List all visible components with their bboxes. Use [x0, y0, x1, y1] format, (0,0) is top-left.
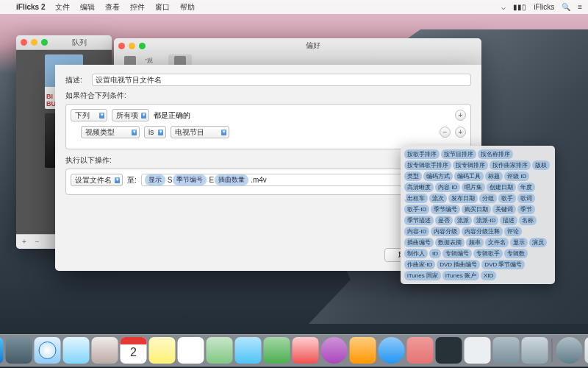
dock-ibooks-icon[interactable]: [350, 337, 376, 364]
token-option[interactable]: 专辑歌手: [473, 249, 503, 258]
token-option[interactable]: 按节目排序: [441, 149, 476, 159]
token-option[interactable]: 流派: [454, 216, 472, 225]
zoom-icon[interactable]: [41, 39, 48, 46]
token-option[interactable]: 是否: [435, 216, 453, 225]
token-option[interactable]: 歌词: [517, 194, 535, 203]
minimize-icon[interactable]: [129, 43, 135, 49]
zoom-icon[interactable]: [139, 43, 146, 49]
close-icon[interactable]: [21, 39, 27, 46]
token-option[interactable]: 创建日期: [487, 183, 516, 192]
token-option[interactable]: 标题: [485, 171, 503, 181]
token-option[interactable]: 流次: [429, 194, 447, 203]
dock-reminders-icon[interactable]: [178, 337, 204, 364]
token-option[interactable]: iTunes 国家: [404, 271, 441, 280]
menubar-app-name[interactable]: iFlicks: [534, 3, 554, 11]
token-option[interactable]: XID: [481, 271, 496, 280]
condition-field-select[interactable]: 视频类型: [81, 126, 140, 138]
token-option[interactable]: 按名称排序: [478, 149, 513, 159]
token-option[interactable]: 季节编号: [431, 205, 460, 214]
spotlight-icon[interactable]: 🔍: [562, 3, 570, 11]
token-option[interactable]: 名称: [519, 216, 537, 225]
token-option[interactable]: 演员: [529, 238, 547, 247]
add-button[interactable]: +: [22, 238, 26, 246]
token-option[interactable]: 显示: [510, 238, 528, 247]
token-option[interactable]: 专辑数: [504, 249, 528, 258]
token-option[interactable]: 专辑编号: [442, 249, 472, 258]
condition-scope-select[interactable]: 下列: [71, 109, 107, 121]
token-option[interactable]: 编码工具: [454, 171, 484, 181]
dock-iflicks-icon[interactable]: [407, 337, 434, 364]
token-option[interactable]: 按专辑歌手排序: [404, 160, 451, 170]
app-menu[interactable]: iFlicks 2: [16, 3, 45, 11]
dock-launchpad-icon[interactable]: [6, 337, 32, 364]
token-option[interactable]: 内容分级注释: [462, 227, 503, 236]
token-option[interactable]: ID: [429, 249, 441, 258]
dock-calendar-icon[interactable]: 2: [121, 337, 147, 364]
token-option[interactable]: 高清晰度: [404, 183, 434, 192]
dock-terminal-icon[interactable]: [436, 337, 462, 364]
token-option[interactable]: 数据表摘: [435, 238, 465, 247]
action-type-select[interactable]: 设置文件名: [71, 174, 123, 186]
token-option[interactable]: 关键词: [492, 205, 516, 214]
dock-notes-icon[interactable]: [149, 337, 176, 364]
token-option[interactable]: 发布日期: [448, 194, 478, 203]
dock-photobooth-icon[interactable]: [293, 337, 319, 364]
filename-token-field[interactable]: 显示 S 季节编号 E 插曲数量 .m4v ⚙: [141, 174, 435, 186]
dock-safari-icon[interactable]: [35, 337, 61, 364]
remove-condition-button[interactable]: −: [440, 127, 451, 138]
token-option[interactable]: 插曲编号: [404, 238, 434, 247]
dock-facetime-icon[interactable]: [264, 337, 290, 364]
token-option[interactable]: 内容 ID: [435, 183, 460, 192]
token-option[interactable]: 年度: [517, 183, 535, 192]
token-option[interactable]: 评论: [504, 227, 522, 236]
token-option[interactable]: 编码方式: [423, 171, 453, 181]
add-condition-button[interactable]: +: [455, 110, 466, 121]
close-icon[interactable]: [118, 43, 125, 49]
menu-window[interactable]: 窗口: [155, 2, 170, 13]
dock-mail-icon[interactable]: [63, 337, 90, 364]
remove-button[interactable]: −: [35, 238, 40, 246]
dock-contacts-icon[interactable]: [92, 337, 118, 364]
token-option[interactable]: 作曲家·ID: [404, 260, 435, 269]
token-option[interactable]: 制作人: [404, 249, 428, 258]
menu-controls[interactable]: 控件: [130, 2, 145, 13]
menu-view[interactable]: 查看: [105, 2, 120, 13]
condition-value-select[interactable]: 电视节目: [171, 126, 229, 138]
token-option[interactable]: iTunes 账户: [442, 271, 479, 280]
token-option[interactable]: 歌手·ID: [404, 205, 429, 214]
notification-center-icon[interactable]: ≡: [578, 3, 582, 11]
token-option[interactable]: 唱片集: [462, 183, 485, 192]
token-option[interactable]: 类型: [404, 171, 422, 181]
condition-operator-select[interactable]: is: [144, 126, 166, 138]
token-option[interactable]: 流派·ID: [473, 216, 498, 225]
token-option[interactable]: 文件名: [485, 238, 509, 247]
dock-appstore-icon[interactable]: [379, 337, 405, 364]
token-option[interactable]: 内容分级: [431, 227, 460, 236]
token-option[interactable]: DVD 季节编号: [481, 260, 525, 269]
add-condition-button[interactable]: +: [455, 127, 466, 138]
dock-itunes-icon[interactable]: [321, 337, 348, 364]
dock-downloads-icon[interactable]: [556, 337, 583, 364]
token-option[interactable]: 版权: [532, 160, 550, 170]
token-option[interactable]: DVD 插曲编号: [437, 260, 480, 269]
token-option[interactable]: 歌手: [498, 194, 516, 203]
wifi-icon[interactable]: ⌵: [501, 3, 506, 11]
token-option[interactable]: 按歌手排序: [404, 149, 440, 159]
dock-prefs-icon[interactable]: [522, 337, 548, 364]
token-option[interactable]: 按作曲家排序: [490, 160, 531, 170]
token-option[interactable]: 描述: [500, 216, 517, 225]
dock-messages-icon[interactable]: [235, 337, 262, 364]
battery-icon[interactable]: ▮▮▯: [513, 3, 526, 11]
token-option[interactable]: 购买日期: [462, 205, 491, 214]
token-option[interactable]: 季节描述: [404, 216, 434, 225]
queue-titlebar[interactable]: 队列: [16, 35, 112, 50]
dock-textedit-icon[interactable]: [465, 337, 491, 364]
token-option[interactable]: 评级 ID: [504, 171, 529, 181]
description-input[interactable]: 设置电视节目文件名: [92, 74, 471, 86]
menu-edit[interactable]: 编辑: [80, 2, 95, 13]
token-option[interactable]: 内容·ID: [404, 227, 429, 236]
token-option[interactable]: 按专辑排序: [453, 160, 488, 170]
token-option[interactable]: 频率: [466, 238, 484, 247]
condition-match-select[interactable]: 所有项: [112, 109, 149, 121]
dock-trash-icon[interactable]: [585, 337, 589, 364]
